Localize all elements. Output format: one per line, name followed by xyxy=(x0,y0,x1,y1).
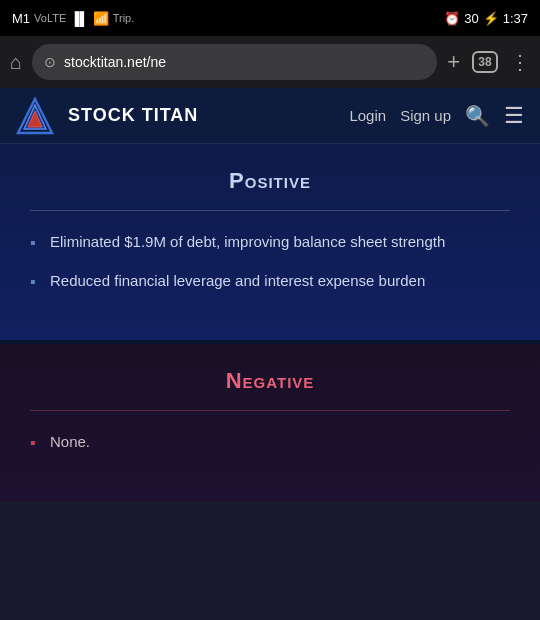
positive-list: Eliminated $1.9M of debt, improving bala… xyxy=(30,231,510,292)
home-button[interactable]: ⌂ xyxy=(10,51,22,74)
battery-label: 30 xyxy=(464,11,478,26)
content-area: Positive Eliminated $1.9M of debt, impro… xyxy=(0,144,540,620)
nav-bar: STOCK TITAN Login Sign up 🔍 ☰ xyxy=(0,88,540,144)
browser-bar: ⌂ ⊙ stocktitan.net/ne + 38 ⋮ xyxy=(0,36,540,88)
alarm-icon: ⏰ xyxy=(444,11,460,26)
negative-title-text: Negative xyxy=(226,368,315,393)
positive-item-2: Reduced financial leverage and interest … xyxy=(30,270,510,293)
negative-divider xyxy=(30,410,510,411)
logo-icon xyxy=(16,97,54,135)
menu-button[interactable]: ☰ xyxy=(504,103,524,129)
logo-text: STOCK TITAN xyxy=(68,105,335,126)
positive-title: Positive xyxy=(30,168,510,194)
browser-menu-button[interactable]: ⋮ xyxy=(510,50,530,74)
positive-item-1: Eliminated $1.9M of debt, improving bala… xyxy=(30,231,510,254)
signup-button[interactable]: Sign up xyxy=(400,107,451,124)
negative-list: None. xyxy=(30,431,510,454)
time-label: 1:37 xyxy=(503,11,528,26)
network-label: VoLTE xyxy=(34,12,66,24)
add-tab-button[interactable]: + xyxy=(447,49,460,75)
wifi-icon: 📶 xyxy=(93,11,109,26)
search-button[interactable]: 🔍 xyxy=(465,104,490,128)
negative-section: Negative None. xyxy=(0,344,540,502)
url-bar[interactable]: ⊙ stocktitan.net/ne xyxy=(32,44,437,80)
trip-label: Trip. xyxy=(113,12,135,24)
status-left: M1 VoLTE ▐▌ 📶 Trip. xyxy=(12,11,134,26)
carrier-label: M1 xyxy=(12,11,30,26)
status-bar: M1 VoLTE ▐▌ 📶 Trip. ⏰ 30 ⚡ 1:37 xyxy=(0,0,540,36)
signal-icon: ▐▌ xyxy=(70,11,88,26)
negative-item-1: None. xyxy=(30,431,510,454)
url-text: stocktitan.net/ne xyxy=(64,54,166,70)
positive-title-text: Positive xyxy=(229,168,311,193)
login-button[interactable]: Login xyxy=(349,107,386,124)
status-right: ⏰ 30 ⚡ 1:37 xyxy=(444,11,528,26)
url-security-icon: ⊙ xyxy=(44,54,56,70)
negative-title: Negative xyxy=(30,368,510,394)
positive-divider xyxy=(30,210,510,211)
positive-section: Positive Eliminated $1.9M of debt, impro… xyxy=(0,144,540,344)
browser-actions: + 38 ⋮ xyxy=(447,49,530,75)
tab-count-button[interactable]: 38 xyxy=(472,51,498,73)
charging-icon: ⚡ xyxy=(483,11,499,26)
